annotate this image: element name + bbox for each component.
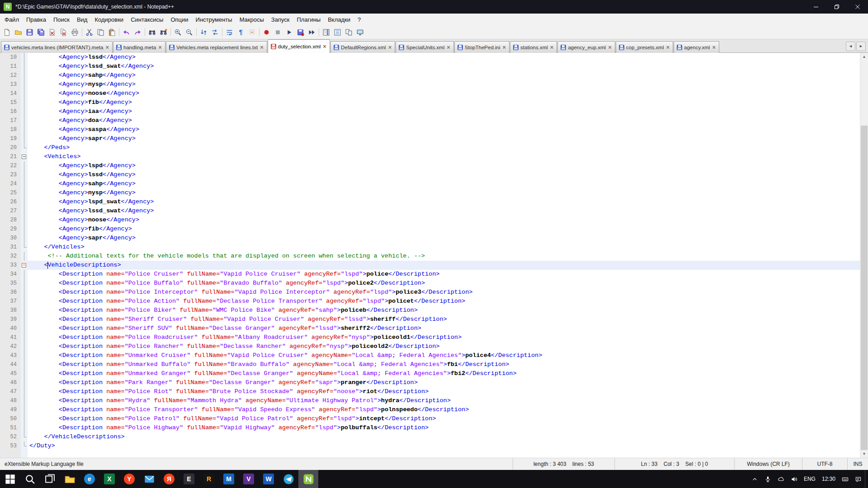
titlebar[interactable]: N *D:\Epic Games\GTAV\lspdfr\data\duty_s… xyxy=(0,0,868,14)
line-number[interactable]: 23 xyxy=(0,170,21,179)
line-number[interactable]: 17 xyxy=(0,116,21,125)
editor-line-43[interactable]: 43 <Description name="Unmarked Cruiser" … xyxy=(0,351,860,360)
minimize-button[interactable] xyxy=(806,0,826,14)
code-text[interactable]: <Agency>lspd_swat</Agency> xyxy=(28,197,860,206)
editor-line-36[interactable]: 36 <Description name="Police Interceptor… xyxy=(0,288,860,297)
taskbar-start-button[interactable] xyxy=(0,470,20,488)
editor-line-53[interactable]: 53</Duty> xyxy=(0,441,860,450)
taskbar-rockstar-launcher[interactable]: R xyxy=(199,470,219,488)
editor-line-14[interactable]: 14 <Agency>noose</Agency> xyxy=(0,89,860,98)
tab-cop_presets.xml[interactable]: cop_presets.xml× xyxy=(616,41,673,53)
cut-button[interactable] xyxy=(84,27,95,38)
line-number[interactable]: 15 xyxy=(0,98,21,107)
line-number[interactable]: 16 xyxy=(0,107,21,116)
replace-button[interactable] xyxy=(158,27,169,38)
run-macro-multiple-button[interactable] xyxy=(306,27,317,38)
code-text[interactable]: <Agency>nysp</Agency> xyxy=(28,80,860,89)
line-number[interactable]: 41 xyxy=(0,333,21,342)
line-number[interactable]: 47 xyxy=(0,387,21,396)
taskbar-notepad-plus-plus[interactable] xyxy=(298,470,318,488)
line-number[interactable]: 12 xyxy=(0,71,21,80)
editor-line-40[interactable]: 40 <Description name="Sheriff SUV" fullN… xyxy=(0,324,860,333)
editor-line-28[interactable]: 28 <Agency>noose</Agency> xyxy=(0,216,860,225)
tab-close-button[interactable]: × xyxy=(502,44,506,50)
editor-line-32[interactable]: 32 <!-- Additional texts for the vehicle… xyxy=(0,252,860,261)
editor-line-12[interactable]: 12 <Agency>sahp</Agency> xyxy=(0,71,860,80)
editor-line-24[interactable]: 24 <Agency>sahp</Agency> xyxy=(0,179,860,188)
action-center-button[interactable] xyxy=(852,470,865,488)
editor-line-44[interactable]: 44 <Description name="Unmarked Buffalo" … xyxy=(0,360,860,369)
line-number[interactable]: 31 xyxy=(0,243,21,252)
menu-item-Запуск[interactable]: Запуск xyxy=(268,14,293,25)
taskbar-app-m[interactable]: M xyxy=(219,470,239,488)
find-button[interactable] xyxy=(146,27,158,38)
print-button[interactable] xyxy=(69,27,80,38)
code-text[interactable]: <Agency>sapr</Agency> xyxy=(28,134,860,143)
line-number[interactable]: 21 xyxy=(0,152,21,161)
line-number[interactable]: 14 xyxy=(0,89,21,98)
line-number[interactable]: 19 xyxy=(0,134,21,143)
tab-close-button[interactable]: × xyxy=(665,44,670,50)
editor-line-25[interactable]: 25 <Agency>nysp</Agency> xyxy=(0,188,860,197)
tab-close-button[interactable]: × xyxy=(712,44,716,50)
tab-stations.xml[interactable]: stations.xml× xyxy=(510,41,557,53)
microphone-tray-button[interactable] xyxy=(761,470,774,488)
editor-line-51[interactable]: 51 <Description name="Police Highway" fu… xyxy=(0,423,860,432)
line-number[interactable]: 44 xyxy=(0,360,21,369)
line-number[interactable]: 49 xyxy=(0,405,21,414)
tab-scroll-right-button[interactable]: ► xyxy=(856,42,866,51)
menu-item-Инструменты[interactable]: Инструменты xyxy=(192,14,236,25)
line-number[interactable]: 26 xyxy=(0,197,21,206)
code-text[interactable]: <Agency>sapr</Agency> xyxy=(28,234,860,243)
code-text[interactable]: <VehicleDescriptions> xyxy=(28,261,860,270)
function-list-button[interactable] xyxy=(332,27,343,38)
clock[interactable]: 12:30 xyxy=(819,470,839,488)
tab-handling.meta[interactable]: handling.meta× xyxy=(113,41,165,53)
code-text[interactable]: </VehicleDescriptions> xyxy=(28,432,860,441)
tab-duty_selection.xml[interactable]: duty_selection.xml× xyxy=(268,39,330,53)
save-macro-button[interactable] xyxy=(295,27,306,38)
tab-close-button[interactable]: × xyxy=(259,44,264,50)
line-number[interactable]: 46 xyxy=(0,378,21,387)
tab-agency_eup.xml[interactable]: agency_eup.xml× xyxy=(557,41,615,53)
editor-line-33[interactable]: 33 <VehicleDescriptions> xyxy=(0,261,860,270)
tab-agency.xml[interactable]: agency.xml× xyxy=(674,41,719,53)
code-text[interactable]: <Description name="Police Biker" fullNam… xyxy=(28,306,860,315)
code-text[interactable]: <Description name="Hydra" fullName="Mamm… xyxy=(28,396,860,405)
close-file-button[interactable] xyxy=(47,27,58,38)
editor-line-27[interactable]: 27 <Agency>lssd_swat</Agency> xyxy=(0,206,860,216)
show-desktop-button[interactable] xyxy=(865,470,868,488)
paste-button[interactable] xyxy=(106,27,118,38)
code-text[interactable]: <Agency>nysp</Agency> xyxy=(28,188,860,197)
code-text[interactable]: <Agency>noose</Agency> xyxy=(28,216,860,225)
code-text[interactable]: </Duty> xyxy=(28,441,860,450)
vertical-scrollbar[interactable]: ▲ ▼ xyxy=(860,53,868,458)
line-number[interactable]: 18 xyxy=(0,125,21,134)
editor-line-10[interactable]: 10 <Agency>lssd</Agency> xyxy=(0,53,860,62)
editor-line-47[interactable]: 47 <Description name="Police Riot" fullN… xyxy=(0,387,860,396)
close-button[interactable] xyxy=(847,0,868,14)
line-number[interactable]: 36 xyxy=(0,288,21,297)
line-number[interactable]: 43 xyxy=(0,351,21,360)
taskbar-telegram[interactable] xyxy=(278,470,298,488)
line-number[interactable]: 53 xyxy=(0,441,21,450)
code-text[interactable]: <Description name="Park Ranger" fullName… xyxy=(28,378,860,387)
line-number[interactable]: 35 xyxy=(0,279,21,288)
tab-close-button[interactable]: × xyxy=(322,43,327,49)
taskbar-mail[interactable] xyxy=(139,470,159,488)
code-text[interactable]: <Agency>lspd</Agency> xyxy=(28,161,860,170)
line-number[interactable]: 48 xyxy=(0,396,21,405)
code-text[interactable]: <Description name="Sheriff SUV" fullName… xyxy=(28,324,860,333)
zoom-out-button[interactable] xyxy=(184,27,195,38)
editor-line-31[interactable]: 31 </Vehicles> xyxy=(0,243,860,252)
editor-line-22[interactable]: 22 <Agency>lspd</Agency> xyxy=(0,161,860,170)
code-text[interactable]: <Description name="Police Transporter" f… xyxy=(28,405,860,414)
code-text[interactable]: <Agency>lssd_swat</Agency> xyxy=(28,206,860,216)
word-wrap-button[interactable] xyxy=(224,27,235,38)
zoom-in-button[interactable] xyxy=(172,27,184,38)
editor-line-41[interactable]: 41 <Description name="Police Roadcruiser… xyxy=(0,333,860,342)
stop-macro-button[interactable] xyxy=(272,27,283,38)
tab-close-button[interactable]: × xyxy=(608,44,612,50)
line-number[interactable]: 50 xyxy=(0,414,21,423)
taskbar-task-view-button[interactable] xyxy=(40,470,60,488)
